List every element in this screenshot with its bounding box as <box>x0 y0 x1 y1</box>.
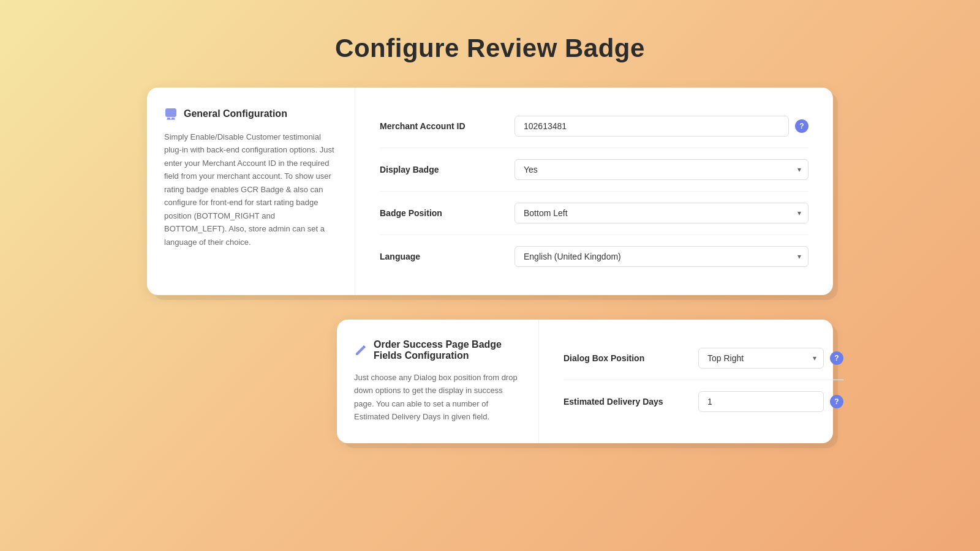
order-success-config-description: Just choose any Dialog box position from… <box>354 371 521 424</box>
merchant-account-label: Merchant Account ID <box>380 121 502 131</box>
display-badge-row: Display Badge Yes No ▾ <box>380 148 809 192</box>
display-badge-select[interactable]: Yes No <box>514 159 809 180</box>
merchant-account-input[interactable] <box>514 116 789 137</box>
general-config-card: General Configuration Simply Enable/Disa… <box>147 88 833 295</box>
order-success-config-right: Dialog Box Position Top Right Top Left B… <box>539 320 868 443</box>
edit-icon <box>354 343 368 357</box>
badge-position-row: Badge Position Bottom Left Bottom Right … <box>380 192 809 235</box>
general-config-title: General Configuration <box>184 108 287 119</box>
order-success-config-title: Order Success Page Badge Fields Configur… <box>374 339 521 361</box>
dialog-box-position-label: Dialog Box Position <box>564 353 686 363</box>
order-success-config-card: Order Success Page Badge Fields Configur… <box>337 320 833 443</box>
page-title: Configure Review Badge <box>335 34 645 63</box>
merchant-account-control: ? <box>514 116 809 137</box>
estimated-delivery-days-input[interactable] <box>698 391 824 412</box>
general-config-heading: General Configuration <box>164 107 337 121</box>
cards-container: General Configuration Simply Enable/Disa… <box>147 88 833 443</box>
display-badge-select-wrapper: Yes No ▾ <box>514 159 809 180</box>
dialog-box-position-row: Dialog Box Position Top Right Top Left B… <box>564 337 843 380</box>
svg-rect-0 <box>165 108 176 117</box>
merchant-account-help-icon[interactable]: ? <box>795 119 809 133</box>
estimated-delivery-days-control: ? <box>698 391 843 412</box>
dialog-box-position-control: Top Right Top Left Bottom Right Bottom L… <box>698 348 843 369</box>
general-config-description: Simply Enable/Disable Customer testimoni… <box>164 130 337 249</box>
badge-position-select[interactable]: Bottom Left Bottom Right Top Left Top Ri… <box>514 203 809 223</box>
general-config-right: Merchant Account ID ? Display Badge Yes … <box>355 88 833 295</box>
svg-rect-3 <box>167 119 175 120</box>
estimated-delivery-days-label: Estimated Delivery Days <box>564 397 686 407</box>
display-badge-control: Yes No ▾ <box>514 159 809 180</box>
dialog-box-position-select[interactable]: Top Right Top Left Bottom Right Bottom L… <box>698 348 824 369</box>
language-select[interactable]: English (United Kingdom) English (United… <box>514 246 809 267</box>
display-badge-label: Display Badge <box>380 165 502 174</box>
settings-icon <box>164 107 178 121</box>
estimated-delivery-days-row: Estimated Delivery Days ? <box>564 380 843 423</box>
badge-position-control: Bottom Left Bottom Right Top Left Top Ri… <box>514 203 809 223</box>
merchant-account-row: Merchant Account ID ? <box>380 105 809 148</box>
language-row: Language English (United Kingdom) Englis… <box>380 235 809 278</box>
dialog-box-position-help-icon[interactable]: ? <box>830 351 843 365</box>
general-config-left: General Configuration Simply Enable/Disa… <box>147 88 355 295</box>
order-success-heading: Order Success Page Badge Fields Configur… <box>354 339 521 361</box>
estimated-delivery-days-help-icon[interactable]: ? <box>830 395 843 408</box>
dialog-box-position-select-wrapper: Top Right Top Left Bottom Right Bottom L… <box>698 348 824 369</box>
language-control: English (United Kingdom) English (United… <box>514 246 809 267</box>
badge-position-label: Badge Position <box>380 208 502 218</box>
language-label: Language <box>380 252 502 261</box>
order-success-config-left: Order Success Page Badge Fields Configur… <box>337 320 539 443</box>
language-select-wrapper: English (United Kingdom) English (United… <box>514 246 809 267</box>
badge-position-select-wrapper: Bottom Left Bottom Right Top Left Top Ri… <box>514 203 809 223</box>
